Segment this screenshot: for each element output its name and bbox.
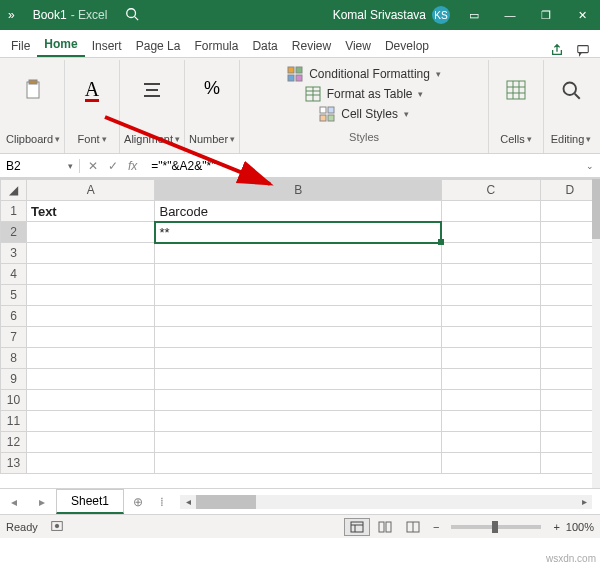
cell[interactable]	[26, 348, 155, 369]
cell[interactable]	[540, 285, 599, 306]
view-normal-icon[interactable]	[344, 518, 370, 536]
cell[interactable]	[155, 432, 441, 453]
cell[interactable]	[441, 390, 540, 411]
scroll-thumb[interactable]	[196, 495, 256, 509]
vertical-scrollbar[interactable]	[592, 179, 600, 488]
chevron-down-icon[interactable]: ▾	[527, 134, 532, 144]
user-avatar[interactable]: KS	[432, 6, 450, 24]
cell[interactable]	[441, 411, 540, 432]
editing-button[interactable]	[548, 62, 594, 118]
number-button[interactable]: %	[189, 62, 235, 118]
cell[interactable]	[155, 453, 441, 474]
cell[interactable]	[540, 243, 599, 264]
row-header[interactable]: 12	[1, 432, 27, 453]
comments-button[interactable]	[570, 43, 596, 57]
zoom-in-button[interactable]: +	[553, 521, 559, 533]
horizontal-scrollbar[interactable]: ◂ ▸	[180, 495, 592, 509]
restore-button[interactable]: ❐	[528, 0, 564, 30]
row-header[interactable]: 5	[1, 285, 27, 306]
sheet-nav-prev[interactable]: ◂	[0, 495, 28, 509]
cell[interactable]	[540, 348, 599, 369]
cell-a2[interactable]	[26, 222, 155, 243]
cell[interactable]	[441, 432, 540, 453]
cell[interactable]	[155, 411, 441, 432]
cell[interactable]	[441, 243, 540, 264]
cell[interactable]	[26, 327, 155, 348]
cell[interactable]	[155, 285, 441, 306]
close-button[interactable]: ✕	[564, 0, 600, 30]
chevron-down-icon[interactable]: ▾	[175, 134, 180, 144]
tab-formulas[interactable]: Formula	[187, 34, 245, 57]
cell[interactable]	[441, 306, 540, 327]
cell[interactable]	[441, 348, 540, 369]
sheet-nav-next[interactable]: ▸	[28, 495, 56, 509]
view-page-layout-icon[interactable]	[372, 518, 398, 536]
conditional-formatting-button[interactable]: Conditional Formatting▾	[287, 64, 441, 84]
cell[interactable]	[441, 222, 540, 243]
cell[interactable]	[26, 243, 155, 264]
ribbon-display-options-icon[interactable]: ▭	[456, 0, 492, 30]
cell[interactable]	[155, 390, 441, 411]
cell[interactable]	[540, 201, 599, 222]
quick-access-overflow[interactable]: »	[0, 8, 23, 22]
tab-review[interactable]: Review	[285, 34, 338, 57]
format-as-table-button[interactable]: Format as Table▾	[305, 84, 424, 104]
cell[interactable]	[155, 306, 441, 327]
row-header[interactable]: 11	[1, 411, 27, 432]
cell[interactable]	[26, 285, 155, 306]
worksheet-grid[interactable]: ◢ A B C D 1 Text Barcode 2 ** 3 4 5 6 7	[0, 178, 600, 488]
cells-insert-button[interactable]	[493, 62, 539, 118]
cell[interactable]	[540, 327, 599, 348]
share-button[interactable]	[544, 43, 570, 57]
search-icon[interactable]	[125, 7, 139, 24]
row-header[interactable]: 4	[1, 264, 27, 285]
row-header[interactable]: 6	[1, 306, 27, 327]
cell[interactable]	[540, 264, 599, 285]
cell[interactable]	[26, 369, 155, 390]
row-header[interactable]: 13	[1, 453, 27, 474]
chevron-down-icon[interactable]: ▾	[68, 161, 73, 171]
chevron-down-icon[interactable]: ▾	[102, 134, 107, 144]
tab-data[interactable]: Data	[245, 34, 284, 57]
cell[interactable]	[441, 201, 540, 222]
user-name[interactable]: Komal Srivastava	[333, 8, 426, 22]
zoom-handle[interactable]	[492, 521, 498, 533]
cell-a1[interactable]: Text	[26, 201, 155, 222]
formula-bar[interactable]: ="*"&A2&"*"	[145, 159, 580, 173]
minimize-button[interactable]: —	[492, 0, 528, 30]
paste-button[interactable]	[10, 62, 56, 118]
add-sheet-button[interactable]: ⊕	[124, 495, 152, 509]
cell[interactable]	[540, 306, 599, 327]
macro-record-icon[interactable]	[50, 519, 64, 535]
enter-formula-icon[interactable]: ✓	[108, 159, 118, 173]
cell[interactable]	[26, 411, 155, 432]
cell[interactable]	[155, 243, 441, 264]
font-button[interactable]: A	[69, 62, 115, 118]
cell[interactable]	[540, 453, 599, 474]
cell-styles-button[interactable]: Cell Styles▾	[319, 104, 409, 124]
row-header[interactable]: 7	[1, 327, 27, 348]
row-header[interactable]: 10	[1, 390, 27, 411]
scroll-left-icon[interactable]: ◂	[180, 496, 196, 507]
cell[interactable]	[26, 453, 155, 474]
tab-view[interactable]: View	[338, 34, 378, 57]
row-header[interactable]: 3	[1, 243, 27, 264]
column-header-c[interactable]: C	[441, 180, 540, 201]
cancel-formula-icon[interactable]: ✕	[88, 159, 98, 173]
cell[interactable]	[155, 264, 441, 285]
expand-formula-bar-icon[interactable]: ⌄	[580, 161, 600, 171]
cell[interactable]	[540, 369, 599, 390]
cell[interactable]	[441, 453, 540, 474]
alignment-button[interactable]	[129, 62, 175, 118]
cell[interactable]	[26, 432, 155, 453]
scroll-thumb[interactable]	[592, 179, 600, 239]
view-page-break-icon[interactable]	[400, 518, 426, 536]
cell[interactable]	[26, 306, 155, 327]
cell[interactable]	[540, 411, 599, 432]
cell[interactable]	[155, 327, 441, 348]
row-header[interactable]: 1	[1, 201, 27, 222]
cell-b1[interactable]: Barcode	[155, 201, 441, 222]
cell[interactable]	[441, 285, 540, 306]
row-header[interactable]: 9	[1, 369, 27, 390]
tab-page-layout[interactable]: Page La	[129, 34, 188, 57]
